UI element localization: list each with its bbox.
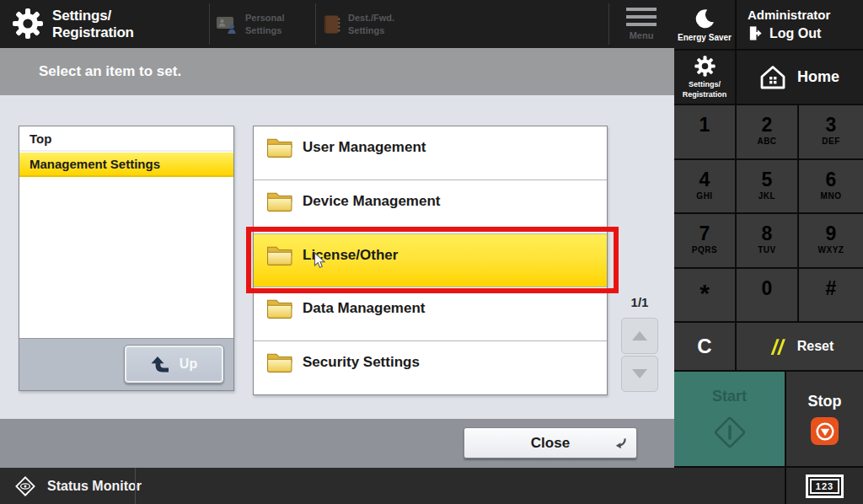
up-arrow-icon [151, 357, 169, 373]
key-hash[interactable]: # [799, 269, 863, 322]
menu-label: Menu [630, 30, 654, 40]
divider [209, 3, 210, 45]
settings-registration-button[interactable]: Settings/ Registration [674, 51, 735, 104]
list-item-device-management[interactable]: Device Management [254, 180, 607, 234]
folder-icon [266, 351, 292, 373]
home-label: Home [797, 68, 839, 86]
hamburger-menu-icon [626, 8, 657, 26]
logout-label: Log Out [769, 26, 821, 41]
numeric-keyboard-toggle[interactable]: 123 [786, 468, 863, 504]
account-name: Administrator [748, 8, 863, 22]
nav-item-management-settings[interactable]: Management Settings [19, 152, 233, 177]
status-monitor-icon [13, 475, 37, 498]
key-3[interactable]: 3DEF [799, 105, 863, 158]
numeric-keypad: 1 2ABC 3DEF 4GHI 5JKL 6MNO 7PQRS 8TUV 9W… [674, 105, 863, 321]
list-item-label: Device Management [303, 193, 440, 210]
list-item-label: User Management [303, 139, 426, 156]
stop-button-label: Stop [808, 393, 842, 410]
divider [135, 468, 136, 504]
triangle-down-icon [632, 369, 647, 378]
nav-list: Top Management Settings [19, 126, 233, 339]
key-7[interactable]: 7PQRS [674, 214, 735, 267]
folder-icon [266, 137, 292, 158]
energy-saver-button[interactable]: Energy Saver [674, 0, 735, 49]
list-item-label: License/Other [303, 247, 398, 264]
key-8[interactable]: 8TUV [737, 214, 797, 267]
control-panel: Energy Saver Administrator Log Out Setti… [674, 0, 863, 504]
page-title: Settings/ Registration [52, 8, 134, 42]
close-button[interactable]: Close [464, 427, 637, 458]
double-slash-icon [766, 339, 787, 355]
logout-button[interactable]: Administrator Log Out [737, 0, 863, 49]
scroll-down-button[interactable] [621, 356, 658, 392]
scroll-up-button[interactable] [621, 318, 658, 354]
status-monitor-label[interactable]: Status Monitor [47, 479, 142, 494]
stop-button[interactable]: Stop [786, 372, 863, 466]
personal-settings-icon [216, 14, 238, 35]
home-icon [759, 65, 786, 90]
start-diamond-icon [711, 414, 748, 451]
menu-button[interactable]: Menu [608, 0, 674, 48]
control-panel-spacer [674, 468, 785, 504]
tab-dest-fwd-settings[interactable]: Dest./Fwd. Settings [322, 0, 394, 48]
instruction-bar: Select an item to set. [0, 48, 674, 95]
main-area: Top Management Settings Up User Manageme… [0, 95, 674, 419]
stop-sign-icon [811, 417, 839, 445]
close-bar: Close [0, 419, 674, 468]
key-5[interactable]: 5JKL [737, 160, 797, 213]
up-button-label: Up [180, 357, 197, 372]
clear-button[interactable]: C [674, 323, 735, 370]
key-1[interactable]: 1 [674, 105, 735, 158]
tab-label: Personal Settings [245, 12, 284, 36]
crescent-moon-icon [694, 8, 716, 30]
breadcrumb-panel: Top Management Settings Up [19, 126, 234, 391]
tab-personal-settings[interactable]: Personal Settings [216, 0, 284, 48]
instruction-text: Select an item to set. [39, 63, 181, 80]
key-0[interactable]: 0 [737, 269, 797, 322]
start-button[interactable]: Start [674, 372, 785, 466]
key-9[interactable]: 9WXYZ [799, 214, 863, 267]
up-button[interactable]: Up [124, 345, 224, 383]
settings-gear-icon [11, 7, 45, 40]
folder-icon [266, 244, 292, 265]
home-button[interactable]: Home [737, 51, 863, 104]
folder-list: User Management Device Management Licens… [253, 126, 608, 395]
device-touchscreen: Settings/ Registration Personal Settings… [0, 0, 863, 504]
key-6[interactable]: 6MNO [799, 160, 863, 213]
list-item-data-management[interactable]: Data Management [254, 287, 607, 341]
gear-icon [694, 55, 716, 78]
folder-icon [266, 298, 292, 319]
logout-door-icon [748, 25, 764, 41]
status-bar: Status Monitor [0, 468, 674, 504]
divider [315, 3, 316, 45]
keyboard-123-icon: 123 [806, 475, 844, 498]
nav-item-top[interactable]: Top [19, 126, 233, 152]
list-item-label: Data Management [303, 300, 425, 317]
page-indicator: 1/1 [621, 295, 658, 309]
list-item-security-settings[interactable]: Security Settings [254, 341, 607, 394]
clear-button-label: C [697, 335, 711, 358]
address-book-icon [322, 14, 340, 35]
key-star[interactable]: * [674, 269, 735, 322]
top-bar: Settings/ Registration Personal Settings… [0, 0, 674, 48]
list-item-license-other[interactable]: License/Other [254, 234, 607, 288]
start-button-label: Start [712, 388, 747, 405]
key-2[interactable]: 2ABC [737, 105, 797, 158]
return-arrow-icon [613, 437, 627, 450]
list-item-user-management[interactable]: User Management [254, 126, 607, 180]
reset-button-label: Reset [797, 339, 834, 354]
folder-icon [266, 190, 292, 212]
nav-panel-footer: Up [19, 339, 233, 389]
reset-button[interactable]: Reset [737, 323, 863, 370]
close-button-label: Close [531, 435, 570, 452]
tab-label: Dest./Fwd. Settings [348, 12, 394, 36]
list-item-label: Security Settings [303, 354, 420, 371]
settings-registration-label: Settings/ Registration [683, 80, 727, 99]
energy-saver-label: Energy Saver [678, 33, 732, 42]
key-4[interactable]: 4GHI [674, 160, 735, 213]
triangle-up-icon [632, 331, 647, 340]
